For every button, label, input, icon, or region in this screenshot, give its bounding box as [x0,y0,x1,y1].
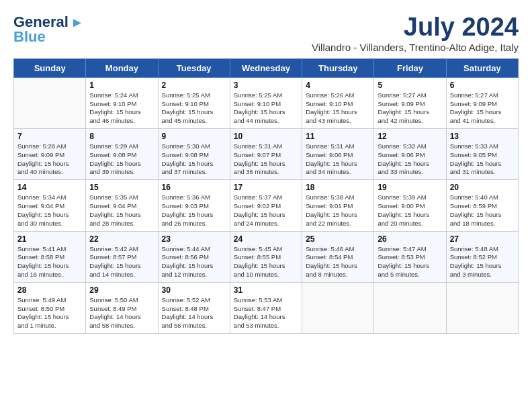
calendar-cell: 24Sunrise: 5:45 AM Sunset: 8:55 PM Dayli… [230,231,302,282]
day-info: Sunrise: 5:45 AM Sunset: 8:55 PM Dayligh… [234,245,298,279]
calendar-cell [374,282,446,333]
calendar-cell: 26Sunrise: 5:47 AM Sunset: 8:53 PM Dayli… [374,231,446,282]
logo-bird-icon: ► [71,15,84,30]
location-subtitle: Villandro - Villanders, Trentino-Alto Ad… [312,42,519,53]
day-number: 6 [450,81,515,90]
calendar-cell: 12Sunrise: 5:32 AM Sunset: 9:06 PM Dayli… [374,129,446,180]
day-number: 23 [162,234,226,244]
day-number: 27 [450,234,515,244]
calendar-cell: 7Sunrise: 5:28 AM Sunset: 9:09 PM Daylig… [14,129,86,180]
day-info: Sunrise: 5:33 AM Sunset: 9:05 PM Dayligh… [450,142,515,177]
calendar-week-4: 21Sunrise: 5:41 AM Sunset: 8:58 PM Dayli… [14,231,519,282]
day-info: Sunrise: 5:50 AM Sunset: 8:49 PM Dayligh… [89,296,154,330]
day-info: Sunrise: 5:24 AM Sunset: 9:10 PM Dayligh… [89,91,154,126]
calendar-cell: 13Sunrise: 5:33 AM Sunset: 9:05 PM Dayli… [446,129,518,180]
calendar-cell: 22Sunrise: 5:42 AM Sunset: 8:57 PM Dayli… [86,231,158,282]
day-number: 5 [378,81,442,90]
day-info: Sunrise: 5:34 AM Sunset: 9:04 PM Dayligh… [17,193,82,228]
day-number: 18 [306,183,370,192]
day-number: 16 [162,183,226,192]
calendar-cell: 19Sunrise: 5:39 AM Sunset: 9:00 PM Dayli… [374,180,446,231]
header-monday: Monday [86,58,158,77]
calendar-cell: 11Sunrise: 5:31 AM Sunset: 9:06 PM Dayli… [302,129,374,180]
month-title: July 2024 [312,13,519,42]
day-info: Sunrise: 5:47 AM Sunset: 8:53 PM Dayligh… [378,245,442,279]
calendar-cell: 18Sunrise: 5:38 AM Sunset: 9:01 PM Dayli… [302,180,374,231]
day-number: 7 [17,132,82,141]
day-info: Sunrise: 5:32 AM Sunset: 9:06 PM Dayligh… [378,142,442,177]
day-info: Sunrise: 5:30 AM Sunset: 9:08 PM Dayligh… [162,142,226,177]
day-info: Sunrise: 5:27 AM Sunset: 9:09 PM Dayligh… [450,91,515,126]
calendar-cell: 20Sunrise: 5:40 AM Sunset: 8:59 PM Dayli… [446,180,518,231]
day-number: 1 [89,81,154,90]
day-info: Sunrise: 5:53 AM Sunset: 8:47 PM Dayligh… [234,296,298,330]
day-info: Sunrise: 5:31 AM Sunset: 9:06 PM Dayligh… [306,142,370,177]
header-sunday: Sunday [14,58,86,77]
day-number: 17 [234,183,298,192]
calendar-cell: 16Sunrise: 5:36 AM Sunset: 9:03 PM Dayli… [158,180,230,231]
title-area: July 2024 Villandro - Villanders, Trenti… [312,13,519,53]
header-thursday: Thursday [302,58,374,77]
day-number: 24 [234,234,298,244]
day-info: Sunrise: 5:37 AM Sunset: 9:02 PM Dayligh… [234,193,298,228]
day-info: Sunrise: 5:42 AM Sunset: 8:57 PM Dayligh… [89,245,154,279]
day-info: Sunrise: 5:44 AM Sunset: 8:56 PM Dayligh… [162,245,226,279]
logo: General ► Blue [13,13,84,46]
day-number: 9 [162,132,226,141]
calendar-cell: 8Sunrise: 5:29 AM Sunset: 9:08 PM Daylig… [86,129,158,180]
day-number: 2 [162,81,226,90]
calendar-cell: 15Sunrise: 5:35 AM Sunset: 9:04 PM Dayli… [86,180,158,231]
day-info: Sunrise: 5:31 AM Sunset: 9:07 PM Dayligh… [234,142,298,177]
day-number: 14 [17,183,82,192]
calendar-cell: 23Sunrise: 5:44 AM Sunset: 8:56 PM Dayli… [158,231,230,282]
day-info: Sunrise: 5:25 AM Sunset: 9:10 PM Dayligh… [162,91,226,126]
day-number: 3 [234,81,298,90]
day-number: 31 [234,285,298,295]
calendar-week-1: 1Sunrise: 5:24 AM Sunset: 9:10 PM Daylig… [14,77,519,128]
page-header: General ► Blue July 2024 Villandro - Vil… [13,13,519,53]
day-info: Sunrise: 5:46 AM Sunset: 8:54 PM Dayligh… [306,245,370,279]
day-info: Sunrise: 5:48 AM Sunset: 8:52 PM Dayligh… [450,245,515,279]
day-number: 20 [450,183,515,192]
calendar-cell [446,282,518,333]
calendar-cell: 29Sunrise: 5:50 AM Sunset: 8:49 PM Dayli… [86,282,158,333]
calendar-cell [302,282,374,333]
day-info: Sunrise: 5:38 AM Sunset: 9:01 PM Dayligh… [306,193,370,228]
day-number: 15 [89,183,154,192]
day-number: 12 [378,132,442,141]
day-info: Sunrise: 5:35 AM Sunset: 9:04 PM Dayligh… [89,193,154,228]
calendar-cell: 28Sunrise: 5:49 AM Sunset: 8:50 PM Dayli… [14,282,86,333]
day-info: Sunrise: 5:41 AM Sunset: 8:58 PM Dayligh… [17,245,82,279]
day-number: 30 [162,285,226,295]
calendar-cell: 1Sunrise: 5:24 AM Sunset: 9:10 PM Daylig… [86,77,158,128]
calendar-cell: 27Sunrise: 5:48 AM Sunset: 8:52 PM Dayli… [446,231,518,282]
calendar-cell: 30Sunrise: 5:52 AM Sunset: 8:48 PM Dayli… [158,282,230,333]
calendar-header-row: SundayMondayTuesdayWednesdayThursdayFrid… [14,58,519,77]
calendar-cell: 31Sunrise: 5:53 AM Sunset: 8:47 PM Dayli… [230,282,302,333]
day-number: 19 [378,183,442,192]
day-info: Sunrise: 5:36 AM Sunset: 9:03 PM Dayligh… [162,193,226,228]
day-number: 25 [306,234,370,244]
day-info: Sunrise: 5:39 AM Sunset: 9:00 PM Dayligh… [378,193,442,228]
calendar-cell: 25Sunrise: 5:46 AM Sunset: 8:54 PM Dayli… [302,231,374,282]
day-info: Sunrise: 5:26 AM Sunset: 9:10 PM Dayligh… [306,91,370,126]
header-wednesday: Wednesday [230,58,302,77]
day-info: Sunrise: 5:28 AM Sunset: 9:09 PM Dayligh… [17,142,82,177]
calendar-week-2: 7Sunrise: 5:28 AM Sunset: 9:09 PM Daylig… [14,129,519,180]
calendar-cell [14,77,86,128]
header-friday: Friday [374,58,446,77]
calendar-week-5: 28Sunrise: 5:49 AM Sunset: 8:50 PM Dayli… [14,282,519,333]
header-tuesday: Tuesday [158,58,230,77]
calendar-cell: 14Sunrise: 5:34 AM Sunset: 9:04 PM Dayli… [14,180,86,231]
calendar-cell: 10Sunrise: 5:31 AM Sunset: 9:07 PM Dayli… [230,129,302,180]
day-number: 13 [450,132,515,141]
calendar-table: SundayMondayTuesdayWednesdayThursdayFrid… [13,58,519,334]
day-info: Sunrise: 5:27 AM Sunset: 9:09 PM Dayligh… [378,91,442,126]
calendar-cell: 21Sunrise: 5:41 AM Sunset: 8:58 PM Dayli… [14,231,86,282]
day-number: 11 [306,132,370,141]
day-info: Sunrise: 5:40 AM Sunset: 8:59 PM Dayligh… [450,193,515,228]
day-number: 26 [378,234,442,244]
day-info: Sunrise: 5:29 AM Sunset: 9:08 PM Dayligh… [89,142,154,177]
calendar-cell: 9Sunrise: 5:30 AM Sunset: 9:08 PM Daylig… [158,129,230,180]
calendar-cell: 5Sunrise: 5:27 AM Sunset: 9:09 PM Daylig… [374,77,446,128]
